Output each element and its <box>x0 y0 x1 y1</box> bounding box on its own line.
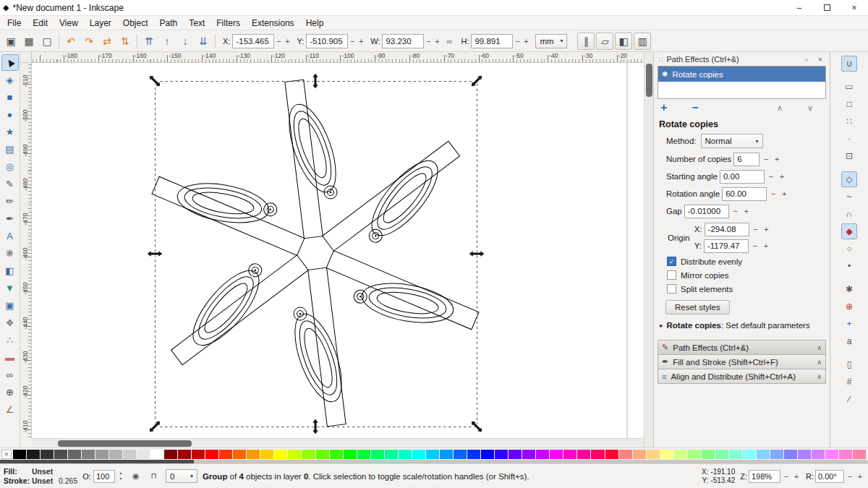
snap-paths-button[interactable]: ~ <box>841 189 857 205</box>
color-swatch[interactable] <box>27 450 40 459</box>
box3d-tool[interactable]: ▤ <box>1 141 19 158</box>
eraser-tool[interactable]: ▬ <box>1 349 19 366</box>
color-swatch[interactable] <box>426 450 439 459</box>
spiral-tool[interactable]: ◎ <box>1 158 19 175</box>
color-swatch[interactable] <box>591 450 604 459</box>
lpe-effect-item-selected[interactable]: ✱ Rotate copies <box>658 67 825 82</box>
color-swatch[interactable] <box>853 450 866 459</box>
snap-bbox-edges-button[interactable]: □ <box>841 96 857 112</box>
snap-grids-button[interactable]: # <box>841 374 857 390</box>
lower-to-bottom-button[interactable]: ⇊ <box>195 33 212 50</box>
horizontal-ruler[interactable]: -180-170-160-150-140-130-120-110-100-90-… <box>32 52 644 63</box>
color-swatch[interactable] <box>137 450 150 459</box>
palette-scrollbar[interactable] <box>0 460 868 463</box>
distribute-evenly-checkbox[interactable]: ✓ <box>667 257 676 266</box>
minimize-button[interactable]: – <box>786 0 813 15</box>
tweak-tool[interactable]: ❖ <box>1 314 19 331</box>
horizontal-scrollbar[interactable] <box>32 438 644 448</box>
rotate-copies-drawing[interactable] <box>148 80 484 427</box>
color-swatch[interactable] <box>495 450 508 459</box>
deselect-button[interactable]: ▢ <box>38 33 56 50</box>
dock-close-button[interactable]: × <box>815 54 825 64</box>
spin-minus-button[interactable]: − <box>348 34 357 48</box>
raise-to-top-button[interactable]: ⇈ <box>140 33 158 50</box>
param-value[interactable]: 60.00 <box>722 187 767 201</box>
zoom-tool[interactable]: ⊕ <box>1 384 19 401</box>
color-swatch[interactable] <box>577 450 590 459</box>
color-swatch[interactable] <box>619 450 632 459</box>
dropper-tool[interactable]: ▼ <box>1 280 19 296</box>
star-tool[interactable]: ★ <box>1 124 19 140</box>
move-patterns-toggle[interactable]: ▥ <box>634 33 651 50</box>
spin-plus-button[interactable]: + <box>283 34 292 48</box>
vertical-scrollbar-thumb[interactable] <box>646 64 652 97</box>
dock-grip-icon[interactable]: ∷ <box>658 56 663 64</box>
spin-minus-button[interactable]: − <box>751 239 760 253</box>
spin-plus-button[interactable]: + <box>856 469 864 484</box>
menu-filters[interactable]: Filters <box>210 17 246 30</box>
canvas[interactable] <box>32 63 644 438</box>
opacity-value[interactable]: 100 <box>93 470 115 483</box>
calligraphy-tool[interactable]: ✒ <box>1 210 19 227</box>
spray-tool[interactable]: ∴ <box>1 332 19 348</box>
snap-guides-button[interactable]: ∕ <box>841 391 857 407</box>
snap-text-baselines-button[interactable]: a <box>841 333 857 349</box>
scale-corners-toggle[interactable]: ▱ <box>596 33 613 50</box>
color-swatch[interactable] <box>288 450 301 459</box>
spin-plus-button[interactable]: + <box>762 239 770 253</box>
spin-minus-button[interactable]: − <box>731 204 740 218</box>
color-swatch[interactable] <box>412 450 425 459</box>
split-elements-checkbox[interactable] <box>667 284 676 294</box>
param-value[interactable]: 6 <box>733 153 760 166</box>
spin-plus-button[interactable]: + <box>522 34 530 48</box>
dock-tab-2[interactable]: ✒Fill and Stroke (Shift+Ctrl+F)∧ <box>658 354 826 369</box>
spin-plus-button[interactable]: + <box>778 169 786 184</box>
rectangle-tool[interactable]: ■ <box>1 89 19 106</box>
snap-bbox-centers-button[interactable]: ⊡ <box>841 148 857 164</box>
color-swatch[interactable] <box>260 450 273 459</box>
add-effect-button[interactable]: + <box>660 102 667 114</box>
snap-toggle-button[interactable]: ∪ <box>841 56 857 72</box>
dock-tab-3[interactable]: ≡Align and Distribute (Shift+Ctrl+A)∧ <box>658 369 826 384</box>
color-swatch[interactable] <box>536 450 549 459</box>
color-swatch[interactable] <box>302 450 315 459</box>
measure-tool[interactable]: ∠ <box>1 401 19 418</box>
sculpt-tool[interactable]: ❋ <box>1 245 19 262</box>
color-swatch[interactable] <box>13 450 26 459</box>
field-value[interactable]: 99.891 <box>471 34 513 48</box>
rotate-ccw-button[interactable]: ↶ <box>62 33 80 50</box>
snap-bbox-button[interactable]: ▭ <box>841 79 857 95</box>
defaults-expander[interactable]: ▸ Rotate copies: Set default parameters <box>658 317 826 331</box>
connector-tool[interactable]: ∞ <box>1 367 19 383</box>
color-swatch[interactable] <box>164 450 177 459</box>
reset-styles-button[interactable]: Reset styles <box>665 300 730 314</box>
opacity-up-button[interactable]: ▴ <box>117 471 124 476</box>
spin-plus-button[interactable]: + <box>357 34 365 48</box>
method-dropdown[interactable]: Normal ▾ <box>701 134 763 148</box>
color-swatch[interactable] <box>316 450 329 459</box>
color-swatch[interactable] <box>371 450 384 459</box>
dock-tab-1[interactable]: ✎Path Effects (Ctrl+&)∧ <box>658 340 826 355</box>
menu-layer[interactable]: Layer <box>84 17 117 30</box>
color-swatch[interactable] <box>41 450 54 459</box>
spin-minus-button[interactable]: − <box>752 222 760 236</box>
move-effect-down-button[interactable]: ∨ <box>807 103 813 113</box>
spin-minus-button[interactable]: − <box>513 34 522 48</box>
color-swatch[interactable] <box>660 450 673 459</box>
pencil-tool[interactable]: ✎ <box>1 176 19 192</box>
color-swatch[interactable] <box>812 450 825 459</box>
palette-scrollbar-thumb[interactable] <box>0 460 194 463</box>
field-value[interactable]: 93.230 <box>382 34 424 48</box>
color-swatch[interactable] <box>440 450 453 459</box>
menu-file[interactable]: File <box>1 17 27 30</box>
move-gradients-toggle[interactable]: ◧ <box>615 33 632 50</box>
color-swatch[interactable] <box>192 450 205 459</box>
snap-smooth-nodes-button[interactable]: ○ <box>841 241 857 257</box>
layer-lock-button[interactable]: ⊓ <box>148 470 161 483</box>
spin-minus-button[interactable]: − <box>769 187 778 201</box>
select-all-layers-button[interactable]: ▦ <box>20 33 38 50</box>
snap-nodes-button[interactable]: ◇ <box>841 171 857 187</box>
close-button[interactable]: × <box>841 0 868 15</box>
spin-plus-button[interactable]: + <box>742 204 751 218</box>
color-swatch[interactable] <box>68 450 81 459</box>
